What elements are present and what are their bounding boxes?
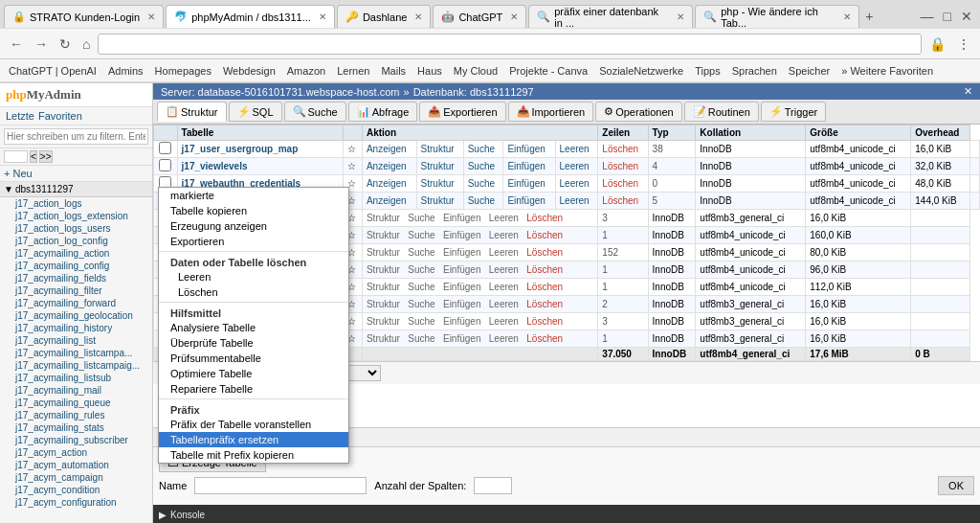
einfuegen-link[interactable]: Einfügen xyxy=(507,161,545,171)
star-cell[interactable]: ☆ xyxy=(343,141,362,158)
context-menu-praefix-kopieren[interactable]: Tabelle mit Prefix kopieren xyxy=(159,447,348,463)
leeren-link[interactable]: Leeren xyxy=(560,144,590,154)
ok-button[interactable]: OK xyxy=(938,476,974,495)
context-menu-pruefsumme[interactable]: Prüfsummentabelle xyxy=(159,351,348,366)
next-page-button[interactable]: >> xyxy=(39,150,53,163)
back-button[interactable]: ← xyxy=(6,34,27,54)
bookmark-more[interactable]: » Weitere Favoriten xyxy=(838,64,936,78)
tab-strato[interactable]: 🔒 STRATO Kunden-Login ✕ xyxy=(4,5,164,28)
extensions-button[interactable]: 🔒 xyxy=(925,34,949,54)
bookmark-speicher[interactable]: Speicher xyxy=(786,64,833,78)
minimize-button[interactable]: — xyxy=(917,7,938,26)
reload-button[interactable]: ↻ xyxy=(56,34,75,54)
page-input[interactable]: 1 xyxy=(4,150,28,163)
anzeigen-link[interactable]: Anzeigen xyxy=(367,161,407,171)
einfuegen-link[interactable]: Einfügen xyxy=(507,195,545,206)
bookmark-soziale[interactable]: SozialeNetzwerke xyxy=(596,64,686,78)
db-label[interactable]: ▼ dbs13111297 xyxy=(0,182,152,197)
context-menu-analysiere[interactable]: Analysiere Tabelle xyxy=(159,320,348,335)
context-menu-repariere[interactable]: Repariere Tabelle xyxy=(159,381,348,397)
letzte-link[interactable]: Letzte xyxy=(6,110,34,122)
sidebar-item-action-logs-ext[interactable]: j17_action_logs_extension xyxy=(0,210,152,222)
tab-praefix[interactable]: 🔍 präfix einer datenbank in ... ✕ xyxy=(528,5,693,28)
context-menu-praefix-voran[interactable]: Präfix der Tabelle voranstellen xyxy=(159,417,348,432)
tab-php[interactable]: 🔍 php - Wie ändere ich Tab... ✕ xyxy=(695,5,859,28)
sidebar-item-acymailing-fields[interactable]: j17_acymailing_fields xyxy=(0,272,152,284)
home-button[interactable]: ⌂ xyxy=(78,34,94,54)
context-menu-ueberpruefe[interactable]: Überprüfe Tabelle xyxy=(159,335,348,351)
suche-link[interactable]: Suche xyxy=(468,161,495,171)
sidebar-item-acym-configuration[interactable]: j17_acym_configuration xyxy=(0,496,152,509)
tab-dashlane[interactable]: 🔑 Dashlane ✕ xyxy=(337,5,431,28)
tab-exportieren[interactable]: 📤 Exportieren xyxy=(419,102,505,122)
close-button[interactable]: ✕ xyxy=(957,7,976,26)
sidebar-item-action-logs-users[interactable]: j17_action_logs_users xyxy=(0,222,152,235)
einfuegen-link[interactable]: Einfügen xyxy=(507,144,545,154)
loeschen-link[interactable]: Löschen xyxy=(602,161,638,171)
sidebar-item-acym-campaign[interactable]: j17_acym_campaign xyxy=(0,471,152,484)
tab-importieren[interactable]: 📥 Importieren xyxy=(508,102,594,122)
sidebar-item-action-log-config[interactable]: j17_action_log_config xyxy=(0,235,152,247)
context-menu-exportieren[interactable]: Exportieren xyxy=(159,234,348,249)
settings-button[interactable]: ⋮ xyxy=(953,34,974,54)
sidebar-item-acymailing-rules[interactable]: j17_acymailing_rules xyxy=(0,409,152,421)
bookmark-lernen[interactable]: Lernen xyxy=(334,64,372,78)
sidebar-item-acymailing-list[interactable]: j17_acymailing_list xyxy=(0,334,152,347)
suche-link[interactable]: Suche xyxy=(468,144,495,154)
sidebar-item-acymailing-listcamp2[interactable]: j17_acymailing_listcampaig... xyxy=(0,359,152,372)
sidebar-item-acymailing-queue[interactable]: j17_acymailing_queue xyxy=(0,397,152,409)
sidebar-item-action-logs[interactable]: j17_action_logs xyxy=(0,197,152,210)
table-name-input[interactable] xyxy=(194,477,367,494)
row-checkbox[interactable] xyxy=(154,141,178,158)
bookmark-homepages[interactable]: Homepages xyxy=(152,64,214,78)
tab-close-praefix[interactable]: ✕ xyxy=(677,11,684,22)
sidebar-item-acymailing-filter[interactable]: j17_acymailing_filter xyxy=(0,284,152,297)
bookmark-tipps[interactable]: Tipps xyxy=(692,64,724,78)
leeren-link[interactable]: Leeren xyxy=(560,161,590,171)
tab-close-php[interactable]: ✕ xyxy=(843,11,851,22)
loeschen-link[interactable]: Löschen xyxy=(602,178,638,189)
tab-close-chatgpt[interactable]: ✕ xyxy=(510,11,518,22)
sidebar-item-acymailing-listsub[interactable]: j17_acymailing_listsub xyxy=(0,372,152,384)
sidebar-item-acymailing-stats[interactable]: j17_acymailing_stats xyxy=(0,421,152,434)
sidebar-search-input[interactable] xyxy=(4,128,148,145)
bookmark-projekte[interactable]: Projekte - Canva xyxy=(506,64,590,78)
tab-close-strato[interactable]: ✕ xyxy=(147,11,155,22)
bookmark-sprachen[interactable]: Sprachen xyxy=(729,64,780,78)
context-menu-praefix-ersetzen[interactable]: Tabellenpräfix ersetzen xyxy=(159,432,348,447)
sidebar-item-acymailing-mail[interactable]: j17_acymailing_mail xyxy=(0,384,152,397)
tab-operationen[interactable]: ⚙ Operationen xyxy=(595,102,682,122)
row-checkbox[interactable] xyxy=(154,158,178,175)
loeschen-link[interactable]: Löschen xyxy=(602,144,638,154)
sidebar-item-acym-action[interactable]: j17_acym_action xyxy=(0,446,152,459)
context-menu-tabelle-kopieren[interactable]: Tabelle kopieren xyxy=(159,203,348,218)
sidebar-item-acymailing-action[interactable]: j17_acymailing_action xyxy=(0,247,152,260)
loeschen-link[interactable]: Löschen xyxy=(602,195,638,206)
sidebar-item-acymailing-forward[interactable]: j17_acymailing_forward xyxy=(0,297,152,309)
tab-phpmyadmin[interactable]: 🐬 phpMyAdmin / dbs1311... ✕ xyxy=(166,5,335,28)
tab-routinen[interactable]: 📝 Routinen xyxy=(684,102,759,122)
tab-suche[interactable]: 🔍 Suche xyxy=(284,102,346,122)
address-bar[interactable]: https://phpmyadmin.strato.de/db_structur… xyxy=(98,34,922,55)
tab-chatgpt[interactable]: 🤖 ChatGPT ✕ xyxy=(433,5,526,28)
bookmark-mails[interactable]: Mails xyxy=(378,64,409,78)
leeren-link[interactable]: Leeren xyxy=(560,195,590,206)
struktur-link[interactable]: Struktur xyxy=(421,195,455,206)
tab-abfrage[interactable]: 📊 Abfrage xyxy=(348,102,418,122)
bookmark-webdesign[interactable]: Webdesign xyxy=(220,64,278,78)
struktur-link[interactable]: Struktur xyxy=(421,178,455,189)
columns-input[interactable]: 4 xyxy=(474,477,512,494)
new-label[interactable]: + Neu xyxy=(4,168,33,179)
sidebar-item-acymailing-history[interactable]: j17_acymailing_history xyxy=(0,322,152,334)
sidebar-item-acymailing-listcamp[interactable]: j17_acymailing_listcampa... xyxy=(0,347,152,359)
tab-close-pma[interactable]: ✕ xyxy=(319,11,326,22)
tab-sql[interactable]: ⚡ SQL xyxy=(229,102,282,122)
sidebar-item-acym-automation[interactable]: j17_acym_automation xyxy=(0,459,152,471)
tab-struktur[interactable]: 📋 Struktur xyxy=(157,102,227,122)
context-menu-optimiere[interactable]: Optimiere Tabelle xyxy=(159,366,348,381)
einfuegen-link[interactable]: Einfügen xyxy=(507,178,545,189)
anzeigen-link[interactable]: Anzeigen xyxy=(367,178,407,189)
tab-trigger[interactable]: ⚡ Trigger xyxy=(761,102,826,122)
struktur-link[interactable]: Struktur xyxy=(421,144,455,154)
forward-button[interactable]: → xyxy=(31,34,52,54)
